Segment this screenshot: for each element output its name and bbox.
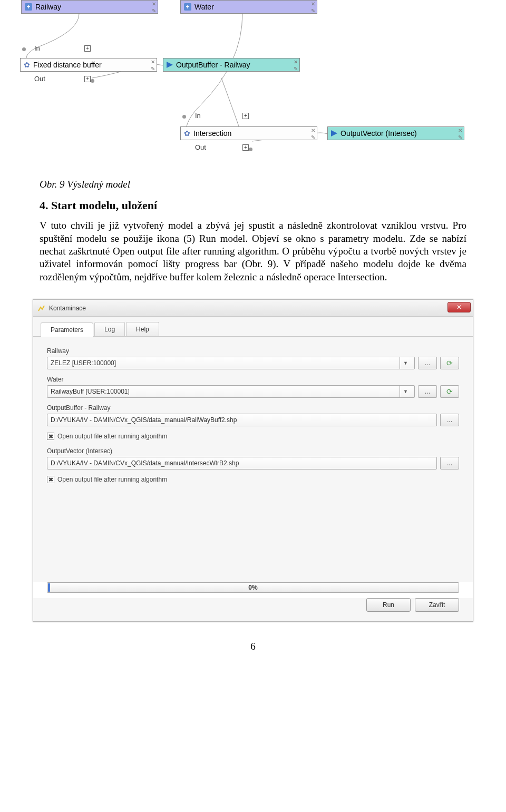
arrow-icon bbox=[167, 62, 173, 68]
node-label: Railway bbox=[35, 3, 61, 11]
paragraph: V tuto chvíli je již vytvořený model a z… bbox=[40, 219, 466, 283]
node-railway[interactable]: + Railway ✕✎ bbox=[21, 0, 158, 14]
node-tools: ✕✎ bbox=[311, 128, 315, 140]
node-water[interactable]: + Water ✕✎ bbox=[180, 0, 317, 14]
tabs: Parameters Log Help bbox=[33, 317, 473, 337]
checkbox-label: Open output file after running algorithm bbox=[57, 476, 167, 483]
port-expand[interactable]: + bbox=[84, 76, 91, 82]
browse-button[interactable]: ... bbox=[440, 457, 459, 469]
input-railway[interactable]: ZELEZ [USER:100000] ▼ bbox=[47, 357, 415, 369]
label-output-buffer: OutputBuffer - Railway bbox=[47, 404, 459, 412]
node-label: Water bbox=[194, 3, 214, 11]
port-out-label: Out bbox=[195, 143, 206, 151]
tab-help[interactable]: Help bbox=[126, 322, 159, 336]
label-water: Water bbox=[47, 376, 459, 383]
port-in-label: In bbox=[195, 112, 201, 120]
plus-icon: + bbox=[25, 3, 32, 11]
model-diagram: + Railway ✕✎ + Water ✕✎ In + ✿ Fixed dis… bbox=[11, 0, 495, 169]
gear-icon: ✿ bbox=[184, 129, 190, 138]
node-tools: ✕✎ bbox=[152, 1, 156, 14]
node-label: OutputBuffer - Railway bbox=[176, 61, 250, 69]
input-value: D:/VYUKA/IV - DAMIN/CVx_QGIS/data_manual… bbox=[51, 416, 433, 424]
dropdown-icon[interactable]: ▼ bbox=[400, 357, 411, 369]
browse-button[interactable]: ... bbox=[418, 357, 437, 369]
checkbox-label: Open output file after running algorithm bbox=[57, 433, 167, 440]
window-close-button[interactable]: ✕ bbox=[447, 302, 471, 312]
node-intersection[interactable]: ✿ Intersection ✕✎ bbox=[180, 126, 317, 140]
input-value: ZELEZ [USER:100000] bbox=[51, 359, 400, 367]
label-railway: Railway bbox=[47, 347, 459, 355]
run-button[interactable]: Run bbox=[366, 598, 411, 612]
label-output-vector: OutputVector (Intersec) bbox=[47, 447, 459, 455]
node-fixed-buffer[interactable]: ✿ Fixed distance buffer ✕✎ bbox=[20, 58, 157, 72]
input-value: D:/VYUKA/IV - DAMIN/CVx_QGIS/data_manual… bbox=[51, 459, 433, 467]
tab-parameters[interactable]: Parameters bbox=[41, 322, 93, 337]
progress-label: 0% bbox=[47, 584, 459, 591]
port-expand[interactable]: + bbox=[242, 113, 249, 119]
port-dot bbox=[249, 148, 252, 151]
port-out-label: Out bbox=[34, 75, 45, 83]
node-tools: ✕✎ bbox=[458, 128, 462, 140]
app-icon bbox=[37, 304, 46, 312]
node-tools: ✕✎ bbox=[311, 1, 315, 14]
port-expand[interactable]: + bbox=[84, 45, 91, 52]
dialog-kontaminace: Kontaminace ✕ Parameters Log Help Railwa… bbox=[33, 299, 473, 622]
node-output-buffer[interactable]: OutputBuffer - Railway ✕✎ bbox=[163, 58, 300, 72]
gear-icon: ✿ bbox=[24, 61, 30, 69]
plus-icon: + bbox=[184, 3, 191, 11]
checkbox-open-output-1[interactable]: ✖ bbox=[47, 433, 54, 440]
input-value: RailwayBuff [USER:100001] bbox=[51, 388, 400, 395]
browse-button[interactable]: ... bbox=[440, 414, 459, 426]
input-output-vector[interactable]: D:/VYUKA/IV - DAMIN/CVx_QGIS/data_manual… bbox=[47, 457, 437, 469]
close-button[interactable]: Zavřít bbox=[415, 598, 459, 612]
refresh-icon: ⟳ bbox=[446, 387, 453, 396]
arrow-icon bbox=[331, 130, 337, 136]
node-tools: ✕✎ bbox=[294, 59, 298, 72]
browse-button[interactable]: ... bbox=[418, 385, 437, 398]
node-tools: ✕✎ bbox=[151, 59, 155, 72]
refresh-icon: ⟳ bbox=[446, 359, 453, 367]
progress-bar: 0% bbox=[47, 582, 459, 593]
titlebar: Kontaminace ✕ bbox=[33, 300, 473, 317]
refresh-button[interactable]: ⟳ bbox=[440, 357, 459, 369]
diagram-connectors bbox=[11, 0, 495, 169]
input-output-buffer[interactable]: D:/VYUKA/IV - DAMIN/CVx_QGIS/data_manual… bbox=[47, 414, 437, 426]
port-in-label: In bbox=[34, 44, 40, 52]
node-label: OutputVector (Intersec) bbox=[340, 129, 417, 138]
node-output-vector[interactable]: OutputVector (Intersec) ✕✎ bbox=[327, 126, 464, 140]
dropdown-icon[interactable]: ▼ bbox=[400, 385, 411, 398]
window-title: Kontaminace bbox=[49, 305, 86, 312]
port-dot bbox=[22, 47, 26, 51]
section-heading: 4. Start modelu, uložení bbox=[40, 198, 466, 213]
checkbox-open-output-2[interactable]: ✖ bbox=[47, 476, 54, 483]
form-panel: Railway ZELEZ [USER:100000] ▼ ... ⟳ Wate… bbox=[33, 337, 473, 582]
input-water[interactable]: RailwayBuff [USER:100001] ▼ bbox=[47, 385, 415, 398]
refresh-button[interactable]: ⟳ bbox=[440, 385, 459, 398]
node-label: Intersection bbox=[193, 129, 231, 138]
port-dot bbox=[182, 115, 186, 119]
port-dot bbox=[91, 79, 94, 83]
page-number: 6 bbox=[0, 641, 506, 663]
tab-log[interactable]: Log bbox=[94, 322, 125, 336]
figure-caption: Obr. 9 Výsledný model bbox=[40, 178, 466, 191]
node-label: Fixed distance buffer bbox=[33, 61, 102, 69]
port-expand[interactable]: + bbox=[242, 144, 249, 151]
